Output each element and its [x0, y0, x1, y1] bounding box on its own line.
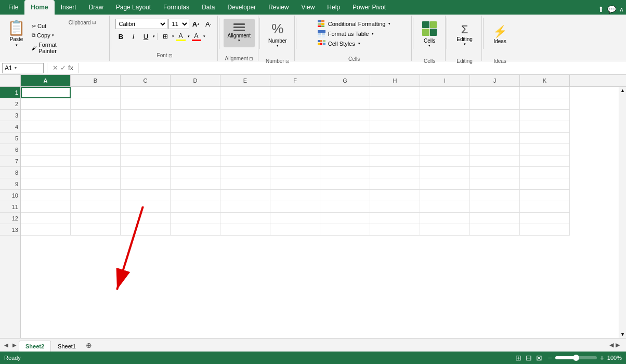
- cell-K6[interactable]: [520, 144, 570, 155]
- row-number-4[interactable]: 4: [0, 121, 20, 133]
- cell-C13[interactable]: [121, 224, 171, 236]
- row-number-1[interactable]: 1: [0, 87, 20, 98]
- format-painter-button[interactable]: 🖌 Format Painter: [30, 41, 59, 55]
- cell-I4[interactable]: [420, 121, 470, 133]
- sheet-scroll-right[interactable]: ▶: [616, 342, 620, 348]
- cell-K13[interactable]: [520, 224, 570, 236]
- cell-G5[interactable]: [320, 133, 370, 144]
- cell-D5[interactable]: [171, 133, 220, 144]
- cell-B8[interactable]: [71, 167, 121, 178]
- number-button[interactable]: % Number ▾: [264, 19, 291, 50]
- cell-A4[interactable]: [21, 121, 71, 133]
- cell-K11[interactable]: [520, 201, 570, 213]
- fill-color-button[interactable]: A: [175, 31, 187, 42]
- row-number-9[interactable]: 9: [0, 178, 20, 190]
- cell-F6[interactable]: [270, 144, 320, 155]
- row-number-5[interactable]: 5: [0, 133, 20, 144]
- font-expand-icon[interactable]: ⊡: [168, 53, 173, 58]
- cell-G6[interactable]: [320, 144, 370, 155]
- cell-K10[interactable]: [520, 190, 570, 201]
- sheet-nav-prev[interactable]: ◀: [2, 342, 10, 348]
- italic-button[interactable]: I: [128, 31, 139, 42]
- cell-J5[interactable]: [470, 133, 520, 144]
- font-name-select[interactable]: Calibri: [115, 19, 167, 29]
- row-number-13[interactable]: 13: [0, 224, 20, 236]
- cell-A9[interactable]: [21, 178, 71, 190]
- cell-A1[interactable]: [21, 87, 71, 98]
- sheet-nav-next[interactable]: ▶: [10, 342, 19, 348]
- cell-B11[interactable]: [71, 201, 121, 213]
- cell-A3[interactable]: [21, 110, 71, 121]
- cell-D4[interactable]: [171, 121, 220, 133]
- cell-K1[interactable]: [520, 87, 570, 98]
- cell-I13[interactable]: [420, 224, 470, 236]
- alignment-button[interactable]: Alignment ▾: [224, 19, 255, 47]
- cell-D11[interactable]: [171, 201, 220, 213]
- cell-E1[interactable]: [220, 87, 270, 98]
- formula-cancel-icon[interactable]: ✕: [53, 64, 58, 72]
- cell-E13[interactable]: [220, 224, 270, 236]
- cell-G13[interactable]: [320, 224, 370, 236]
- cell-B12[interactable]: [71, 213, 121, 224]
- cell-D7[interactable]: [171, 155, 220, 167]
- cell-I11[interactable]: [420, 201, 470, 213]
- cell-G1[interactable]: [320, 87, 370, 98]
- cell-A11[interactable]: [21, 201, 71, 213]
- cell-E8[interactable]: [220, 167, 270, 178]
- cell-G2[interactable]: [320, 98, 370, 110]
- copy-button[interactable]: ⧉ Copy ▾: [30, 31, 59, 40]
- bold-button[interactable]: B: [115, 31, 127, 42]
- cell-F5[interactable]: [270, 133, 320, 144]
- cell-K8[interactable]: [520, 167, 570, 178]
- sheet-tab-sheet1[interactable]: Sheet1: [51, 341, 83, 352]
- cell-I2[interactable]: [420, 98, 470, 110]
- cell-I6[interactable]: [420, 144, 470, 155]
- cell-D2[interactable]: [171, 98, 220, 110]
- cell-C4[interactable]: [121, 121, 171, 133]
- col-header-D[interactable]: D: [171, 75, 220, 86]
- tab-file[interactable]: File: [2, 0, 24, 15]
- zoom-minus-button[interactable]: −: [546, 354, 553, 362]
- cell-G12[interactable]: [320, 213, 370, 224]
- cell-G9[interactable]: [320, 178, 370, 190]
- cell-F11[interactable]: [270, 201, 320, 213]
- cell-G3[interactable]: [320, 110, 370, 121]
- fill-color-dropdown-icon[interactable]: ▾: [188, 34, 190, 38]
- cell-G8[interactable]: [320, 167, 370, 178]
- sheet-scroll-left[interactable]: ◀: [609, 342, 614, 348]
- cell-J8[interactable]: [470, 167, 520, 178]
- number-expand-icon[interactable]: ⊡: [285, 59, 290, 64]
- add-sheet-button[interactable]: ⊕: [83, 340, 95, 350]
- cell-I7[interactable]: [420, 155, 470, 167]
- cell-A13[interactable]: [21, 224, 71, 236]
- cell-E7[interactable]: [220, 155, 270, 167]
- function-icon[interactable]: fx: [68, 64, 73, 72]
- tab-home[interactable]: Home: [24, 0, 54, 15]
- row-number-3[interactable]: 3: [0, 110, 20, 121]
- col-header-B[interactable]: B: [71, 75, 121, 86]
- col-header-J[interactable]: J: [470, 75, 520, 86]
- col-header-K[interactable]: K: [520, 75, 570, 86]
- cell-H1[interactable]: [370, 87, 420, 98]
- tab-page-layout[interactable]: Page Layout: [110, 0, 157, 15]
- borders-button[interactable]: ⊞: [160, 31, 171, 42]
- cell-D10[interactable]: [171, 190, 220, 201]
- cell-I9[interactable]: [420, 178, 470, 190]
- clipboard-expand-icon[interactable]: ⊡: [92, 20, 96, 25]
- cell-D13[interactable]: [171, 224, 220, 236]
- collapse-ribbon-icon[interactable]: ∧: [619, 6, 624, 13]
- cell-C5[interactable]: [121, 133, 171, 144]
- tab-view[interactable]: View: [295, 0, 321, 15]
- cell-C10[interactable]: [121, 190, 171, 201]
- col-header-H[interactable]: H: [370, 75, 420, 86]
- cell-E10[interactable]: [220, 190, 270, 201]
- cell-H11[interactable]: [370, 201, 420, 213]
- tab-formulas[interactable]: Formulas: [157, 0, 195, 15]
- cell-F10[interactable]: [270, 190, 320, 201]
- cell-E9[interactable]: [220, 178, 270, 190]
- sheet-tab-sheet2[interactable]: Sheet2: [19, 341, 51, 352]
- cell-E5[interactable]: [220, 133, 270, 144]
- cell-J13[interactable]: [470, 224, 520, 236]
- cell-B13[interactable]: [71, 224, 121, 236]
- cell-F4[interactable]: [270, 121, 320, 133]
